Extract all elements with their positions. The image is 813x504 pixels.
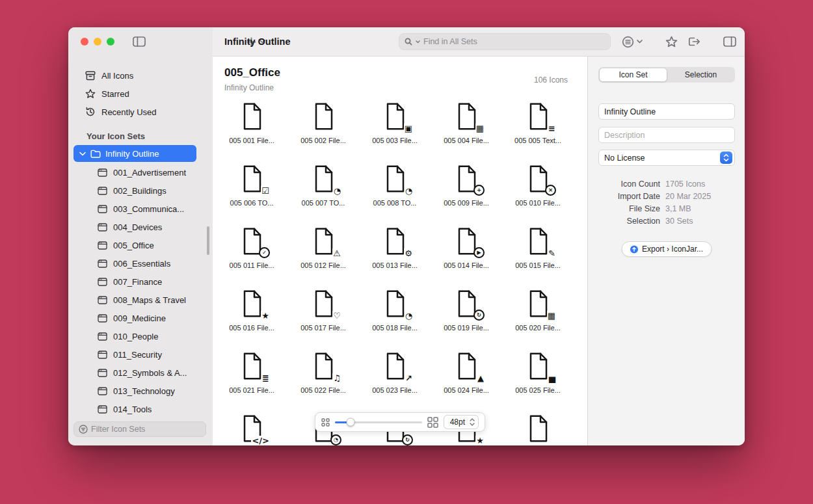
zoom-window-button[interactable] bbox=[107, 38, 114, 46]
minimize-window-button[interactable] bbox=[94, 38, 101, 46]
icon-cell[interactable]: ▦ 005 020 File... bbox=[507, 288, 569, 341]
icon-set-icon bbox=[98, 223, 107, 232]
export-button[interactable]: Export › IconJar... bbox=[621, 241, 712, 257]
file-icon bbox=[522, 413, 553, 444]
sidebar-item-subset[interactable]: 001_Advertisement bbox=[68, 163, 213, 181]
file-icon: ≣ bbox=[236, 351, 267, 382]
icon-cell[interactable]: ◔ 005 018 File... bbox=[364, 288, 426, 341]
sidebar-item-subset[interactable]: 012_Symbols & A... bbox=[68, 364, 213, 382]
grid-large-icon[interactable] bbox=[427, 417, 438, 428]
sidebar-item-subset[interactable]: 011_Security bbox=[68, 345, 213, 364]
icon-cell[interactable]: ↻ 005 019 File... bbox=[435, 288, 498, 341]
close-window-button[interactable] bbox=[81, 38, 88, 46]
sidebar-item-recently-used[interactable]: Recently Used bbox=[68, 103, 213, 121]
sidebar-item-infinity-outline[interactable]: Infinity Outline bbox=[73, 145, 196, 162]
icon-cell[interactable] bbox=[507, 413, 569, 445]
icon-set-icon bbox=[98, 168, 107, 177]
star-icon bbox=[85, 88, 96, 99]
file-icon: ◔ bbox=[379, 163, 410, 194]
icon-cell[interactable]: × 005 010 File... bbox=[507, 163, 569, 217]
sidebar-item-subset[interactable]: 013_Technology bbox=[68, 382, 213, 400]
filter-field[interactable] bbox=[73, 421, 206, 437]
file-icon: ▣ bbox=[379, 101, 410, 132]
icon-cell[interactable]: ◔ 005 007 TO... bbox=[292, 163, 354, 217]
stack-icon bbox=[85, 71, 96, 81]
sidebar-item-subset[interactable]: 009_Medicine bbox=[68, 309, 213, 327]
icon-cell[interactable]: 005 001 File... bbox=[220, 101, 283, 154]
icon-size-value[interactable]: 48pt bbox=[444, 415, 479, 429]
file-icon: ↻ bbox=[451, 288, 482, 319]
icon-cell[interactable]: ☑ 005 006 TO... bbox=[220, 163, 283, 217]
icon-cell[interactable]: ♫ 005 022 File... bbox=[292, 351, 354, 404]
badge-glyph: ▦ bbox=[547, 311, 556, 321]
icon-cell[interactable]: ≣ 005 021 File... bbox=[220, 351, 283, 404]
badge-glyph: ♡ bbox=[332, 311, 341, 321]
icon-cell[interactable]: + 005 009 File... bbox=[435, 163, 498, 217]
icon-cell[interactable]: ▦ 005 004 File... bbox=[435, 101, 498, 154]
icon-cell[interactable]: ⚠ 005 012 File... bbox=[292, 226, 354, 279]
icon-label: 005 001 File... bbox=[229, 137, 274, 144]
sidebar-item-subset[interactable]: 003_Communica... bbox=[68, 200, 213, 218]
badge-glyph: ◔ bbox=[405, 311, 413, 321]
icon-cell[interactable]: ✓ 005 011 File... bbox=[220, 226, 283, 279]
sidebar-item-all-icons[interactable]: All Icons bbox=[68, 66, 213, 85]
search-input[interactable] bbox=[423, 37, 605, 46]
search-field[interactable] bbox=[399, 33, 611, 50]
icon-cell[interactable]: ≡ 005 005 Text... bbox=[507, 101, 569, 154]
inspector-toggle-button[interactable] bbox=[720, 27, 740, 56]
icon-cell[interactable]: ⚙ 005 013 File... bbox=[364, 226, 426, 279]
file-icon: ☑ bbox=[236, 163, 267, 194]
view-options-button[interactable] bbox=[619, 27, 646, 56]
icon-set-icon bbox=[98, 369, 107, 377]
export-icon bbox=[630, 245, 638, 254]
grid-small-icon[interactable] bbox=[321, 418, 330, 427]
info-row: File Size 3,1 MB bbox=[588, 202, 745, 215]
sidebar-item-subset[interactable]: 006_Essentials bbox=[68, 254, 213, 272]
sidebar-item-subset[interactable]: 010_People bbox=[68, 327, 213, 345]
sidebar-toggle-button[interactable] bbox=[129, 27, 149, 56]
sidebar-item-subset[interactable]: 014_Tools bbox=[68, 400, 213, 418]
icon-cell[interactable]: </> bbox=[220, 413, 283, 445]
icon-cell[interactable]: ♡ 005 017 File... bbox=[292, 288, 354, 341]
sidebar-item-subset[interactable]: 002_Buildings bbox=[68, 181, 213, 200]
description-input[interactable] bbox=[598, 127, 735, 143]
sidebar-item-starred[interactable]: Starred bbox=[68, 85, 213, 103]
search-scope-chevron-icon bbox=[416, 40, 420, 44]
icon-size-slider[interactable] bbox=[335, 421, 422, 423]
icon-cell[interactable]: ◔ 005 008 TO... bbox=[364, 163, 426, 217]
icon-cell[interactable]: 005 002 File... bbox=[292, 101, 354, 154]
icon-cell[interactable]: ★ 005 016 File... bbox=[220, 288, 283, 341]
sidebar-item-subset[interactable]: 008_Maps & Travel bbox=[68, 291, 213, 309]
file-icon: ⚠ bbox=[308, 226, 339, 257]
badge-glyph: ▲ bbox=[477, 373, 485, 383]
icon-set-icon bbox=[98, 205, 107, 213]
badge-glyph: ★ bbox=[261, 311, 270, 321]
window-title: Infinity Outline bbox=[224, 27, 291, 56]
icon-cell[interactable]: ↗ 005 023 File... bbox=[364, 351, 426, 404]
badge-glyph: ▶ bbox=[473, 247, 485, 258]
sidebar-item-subset[interactable]: 005_Office bbox=[68, 236, 213, 254]
stepper-icon[interactable] bbox=[469, 418, 475, 427]
icon-cell[interactable]: ▲ 005 024 File... bbox=[435, 351, 498, 404]
file-icon: ▲ bbox=[451, 351, 482, 382]
license-select[interactable]: No License bbox=[598, 150, 735, 166]
disclosure-chevron-icon[interactable] bbox=[79, 152, 86, 156]
icon-cell[interactable]: ▅ 005 025 File... bbox=[507, 351, 569, 404]
set-name-input[interactable] bbox=[598, 103, 735, 120]
tab-icon-set[interactable]: Icon Set bbox=[599, 68, 667, 82]
slider-knob[interactable] bbox=[347, 418, 355, 427]
badge-glyph: ◔ bbox=[330, 434, 341, 445]
icon-cell[interactable]: ✎ 005 015 File... bbox=[507, 226, 569, 279]
badge-glyph: ⚠ bbox=[332, 248, 341, 258]
share-button[interactable] bbox=[686, 27, 702, 56]
icon-cell[interactable]: ▣ 005 003 File... bbox=[364, 101, 426, 154]
favorite-button[interactable] bbox=[663, 27, 679, 56]
icon-cell[interactable]: ▶ 005 014 File... bbox=[435, 226, 498, 279]
subset-label: 004_Devices bbox=[113, 222, 162, 232]
filter-input[interactable] bbox=[91, 425, 201, 434]
sidebar-item-subset[interactable]: 004_Devices bbox=[68, 218, 213, 236]
sidebar-scrollbar[interactable] bbox=[207, 226, 209, 255]
sidebar-item-subset[interactable]: 007_Finance bbox=[68, 272, 213, 291]
tab-selection[interactable]: Selection bbox=[667, 68, 734, 82]
subset-label: 010_People bbox=[113, 332, 158, 341]
